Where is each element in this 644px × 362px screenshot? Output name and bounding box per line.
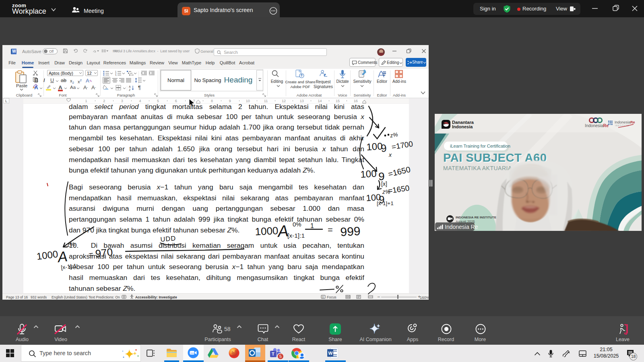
svg-text:970: 970 — [95, 246, 114, 260]
svg-text:IndonesiaRe: IndonesiaRe — [585, 123, 609, 128]
svg-text:=: = — [88, 250, 94, 259]
svg-text:Indonesia Re: Indonesia Re — [445, 224, 478, 230]
svg-text:IndonesiaRe: IndonesiaRe — [615, 120, 635, 124]
svg-text:x: x — [388, 152, 392, 158]
svg-text:1000: 1000 — [255, 224, 279, 238]
svg-text:z%: z% — [66, 241, 75, 248]
svg-text:[x-1]:1: [x-1]:1 — [60, 262, 77, 271]
svg-text:0%: 0% — [293, 221, 301, 228]
svg-text:z%: z% — [389, 131, 398, 139]
svg-text:UDD: UDD — [160, 234, 176, 243]
svg-text:INDONESIA RE INSTITUTE: INDONESIA RE INSTITUTE — [456, 216, 497, 219]
svg-text:[x-1]:1: [x-1]:1 — [287, 232, 305, 239]
svg-text:[x]: [x] — [381, 181, 387, 187]
svg-text:1: 1 — [310, 222, 314, 229]
svg-text:iLearn Training for Certificat: iLearn Training for Certification — [450, 144, 510, 148]
svg-text:[x-1]+1: [x-1]+1 — [377, 200, 394, 206]
svg-text:W: W — [328, 351, 333, 356]
svg-text:100: 100 — [360, 168, 377, 180]
svg-text:zoom: zoom — [190, 352, 195, 354]
svg-text:A: A — [56, 248, 68, 265]
svg-text:999: 999 — [340, 224, 361, 239]
svg-text:9: 9 — [380, 142, 387, 154]
svg-text:1000: 1000 — [36, 249, 58, 262]
svg-text:Indonesia: Indonesia — [452, 124, 473, 129]
svg-text:=1650: =1650 — [388, 184, 410, 195]
svg-text:=1700: =1700 — [391, 140, 413, 151]
svg-text:=1650: =1650 — [387, 165, 411, 179]
svg-text:T: T — [272, 352, 275, 356]
svg-text:MATEMATIKA AKTUARIA: MATEMATIKA AKTUARIA — [443, 165, 512, 171]
svg-text:=: = — [328, 225, 333, 235]
